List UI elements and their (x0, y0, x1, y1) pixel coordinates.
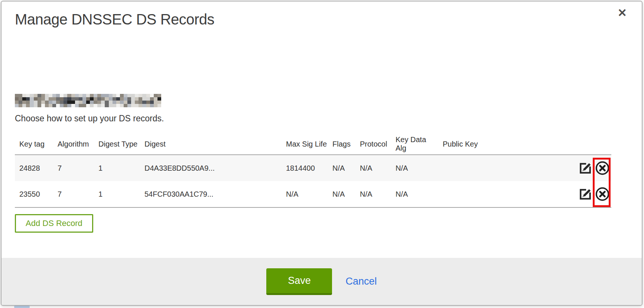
col-header-protocol: Protocol (355, 140, 391, 148)
delete-record-button[interactable] (595, 186, 610, 202)
table-row: 23550 7 1 54FCF030AA1C79... N/A N/A N/A … (15, 181, 611, 207)
cell-protocol: N/A (355, 190, 391, 199)
background-page-fragment (14, 306, 30, 308)
save-button[interactable]: Save (266, 268, 332, 295)
edit-pencil-icon (579, 187, 592, 201)
cell-algorithm: 7 (53, 164, 94, 173)
edit-record-button[interactable] (579, 187, 592, 201)
edit-pencil-icon (579, 161, 592, 175)
delete-circle-x-icon (595, 160, 610, 176)
cell-digest-type: 1 (94, 164, 140, 173)
cell-key-data-alg: N/A (391, 190, 438, 199)
cell-flags: N/A (328, 164, 355, 173)
cell-key-tag: 23550 (15, 190, 53, 199)
row-actions (527, 160, 611, 176)
col-header-key-data-alg: Key Data Alg (391, 135, 438, 153)
edit-record-button[interactable] (579, 161, 592, 175)
dialog-footer: Save Cancel (1, 258, 642, 305)
col-header-digest-type: Digest Type (94, 140, 140, 148)
cell-digest: D4A33E8DD550A9... (140, 164, 282, 173)
delete-circle-x-icon (595, 186, 610, 202)
col-header-algorithm: Algorithm (53, 140, 94, 148)
screen: Manage DNSSEC DS Records ✕ Choose how to… (0, 0, 644, 308)
cell-key-data-alg: N/A (391, 164, 438, 173)
col-header-flags: Flags (328, 140, 355, 148)
redacted-domain-name (15, 94, 161, 107)
cell-digest-type: 1 (94, 190, 140, 199)
cell-protocol: N/A (355, 164, 391, 173)
ds-records-table: Key tag Algorithm Digest Type Digest Max… (15, 134, 611, 208)
instruction-text: Choose how to set up your DS records. (15, 114, 164, 124)
dialog-title: Manage DNSSEC DS Records (15, 11, 214, 28)
close-icon[interactable]: ✕ (618, 7, 627, 19)
cell-algorithm: 7 (53, 190, 94, 199)
cell-digest: 54FCF030AA1C79... (140, 190, 282, 199)
table-body: 24828 7 1 D4A33E8DD550A9... 1814400 N/A … (15, 155, 611, 208)
col-header-digest: Digest (140, 140, 282, 148)
cancel-button[interactable]: Cancel (345, 276, 377, 287)
table-row: 24828 7 1 D4A33E8DD550A9... 1814400 N/A … (15, 155, 611, 181)
col-header-key-tag: Key tag (15, 140, 53, 148)
col-header-public-key: Public Key (438, 140, 527, 148)
col-header-max-sig-life: Max Sig Life (282, 140, 328, 148)
manage-dnssec-dialog: Manage DNSSEC DS Records ✕ Choose how to… (1, 1, 643, 306)
cell-max-sig-life: N/A (282, 190, 328, 199)
table-header-row: Key tag Algorithm Digest Type Digest Max… (15, 134, 611, 155)
cell-key-tag: 24828 (15, 164, 53, 173)
cell-flags: N/A (328, 190, 355, 199)
add-ds-record-button[interactable]: Add DS Record (15, 214, 93, 233)
row-actions (527, 186, 611, 202)
cell-max-sig-life: 1814400 (282, 164, 328, 173)
delete-record-button[interactable] (595, 160, 610, 176)
